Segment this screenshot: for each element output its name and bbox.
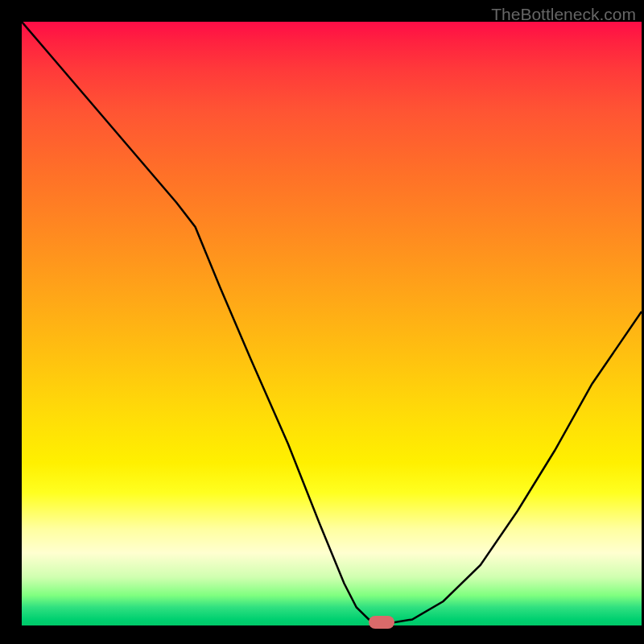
bottleneck-curve [22,22,642,625]
plot-area [22,22,642,625]
optimal-point-marker [369,616,394,629]
watermark-text: TheBottleneck.com [491,5,636,24]
